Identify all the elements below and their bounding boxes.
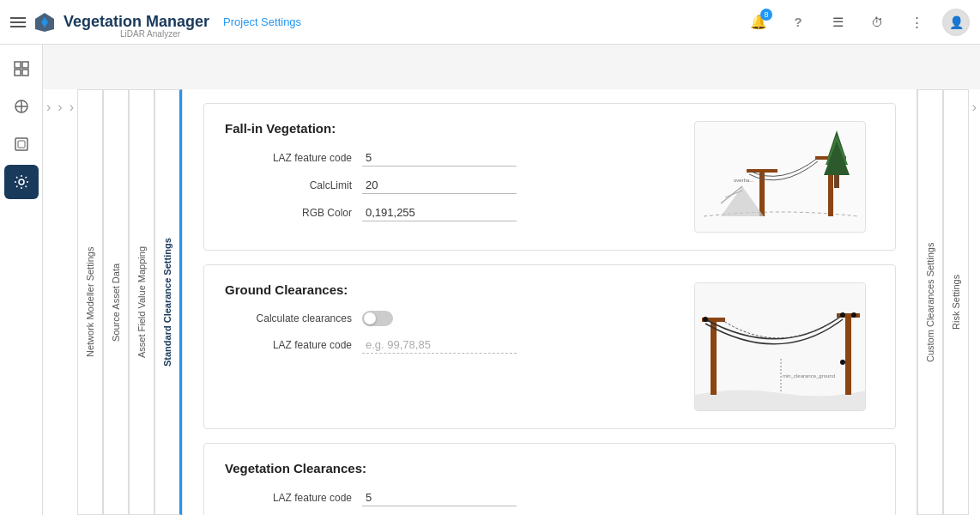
svg-text:min_clearance_ground: min_clearance_ground	[783, 373, 835, 379]
calc-clearances-row: Calculate clearances	[225, 311, 668, 326]
svg-rect-16	[834, 175, 839, 188]
sidebar-item-grid[interactable]	[4, 52, 39, 86]
menu-button[interactable]: ⋮	[903, 9, 930, 36]
svg-point-24	[840, 312, 845, 318]
app-subtitle: LiDAR Analyzer	[120, 29, 180, 39]
svg-point-26	[851, 312, 856, 318]
help-button[interactable]: ?	[784, 9, 812, 36]
right-tabs: Custom Clearances Settings Risk Settings…	[917, 89, 980, 515]
avatar-button[interactable]: 👤	[942, 9, 970, 36]
avatar-icon: 👤	[949, 15, 964, 29]
clearance-svg: min_clearance_ground	[695, 283, 866, 411]
svg-text:overha...: overha...	[734, 178, 754, 183]
veg-laz-input[interactable]	[362, 489, 517, 506]
svg-rect-8	[18, 141, 25, 148]
tab-source-asset[interactable]: Source Asset Data	[103, 89, 129, 515]
sidebar-item-settings[interactable]	[4, 165, 39, 199]
svg-rect-21	[845, 313, 851, 395]
ground-laz-row: LAZ feature code	[225, 336, 668, 354]
svg-point-25	[840, 360, 845, 365]
svg-rect-1	[22, 62, 28, 68]
help-icon: ?	[794, 15, 802, 29]
svg-rect-2	[15, 70, 21, 76]
sidebar	[0, 45, 43, 515]
header-right: 🔔 8 ? ☰ ⏱ ⋮ 👤	[745, 9, 970, 36]
tab-standard-clearance[interactable]: Standard Clearance Settings	[154, 89, 182, 515]
ground-clearances-title: Ground Clearances:	[225, 282, 668, 297]
list-icon: ☰	[832, 15, 844, 30]
tab-network-modeller[interactable]: Network Modeller Settings	[77, 89, 103, 515]
right-nav-arrow[interactable]: ›	[969, 89, 980, 515]
veg-laz-row: LAZ feature code	[225, 489, 874, 506]
left-nav-arrow-3[interactable]: ›	[66, 89, 77, 515]
ground-laz-input[interactable]	[362, 336, 517, 354]
main-layout: › › › Network Modeller Settings Source A…	[43, 89, 980, 515]
fall-in-illustration: overha...	[686, 121, 874, 233]
notification-badge: 8	[760, 9, 772, 21]
tab-custom-clearances[interactable]: Custom Clearances Settings	[917, 89, 943, 515]
svg-rect-7	[15, 138, 27, 150]
clearance-diagram: min_clearance_ground	[694, 282, 866, 411]
ground-clearances-form: Ground Clearances: Calculate clearances …	[225, 282, 668, 411]
veg-laz-label: LAZ feature code	[225, 492, 362, 504]
notification-button[interactable]: 🔔 8	[745, 9, 772, 36]
left-nav-arrow-2[interactable]: ›	[54, 89, 65, 515]
ground-clearances-illustration: min_clearance_ground	[686, 282, 874, 411]
fall-in-laz-row: LAZ feature code	[225, 149, 668, 167]
hamburger-icon[interactable]	[10, 17, 26, 27]
svg-rect-3	[22, 70, 28, 76]
tab-risk-settings[interactable]: Risk Settings	[943, 89, 969, 515]
fall-in-calclimit-label: CalcLimit	[225, 179, 362, 191]
menu-icon: ⋮	[910, 15, 923, 30]
left-nav-arrow-1[interactable]: ›	[43, 89, 54, 515]
toggle-track	[362, 311, 393, 326]
fall-in-calclimit-input[interactable]	[362, 177, 517, 194]
svg-rect-0	[15, 62, 21, 68]
ground-clearances-inner: Ground Clearances: Calculate clearances …	[225, 282, 874, 411]
ground-clearances-section: Ground Clearances: Calculate clearances …	[203, 264, 896, 429]
svg-point-23	[703, 317, 708, 322]
fall-in-title: Fall-in Vegetation:	[225, 121, 668, 136]
calc-clearances-toggle[interactable]	[362, 311, 393, 326]
sidebar-item-vector[interactable]	[4, 89, 39, 124]
tree-svg: overha...	[695, 122, 866, 233]
ground-laz-label: LAZ feature code	[225, 339, 362, 351]
history-icon: ⏱	[871, 15, 883, 29]
svg-rect-10	[759, 169, 765, 216]
fall-in-form: Fall-in Vegetation: LAZ feature code Cal…	[225, 121, 668, 233]
logo-icon	[33, 10, 57, 34]
project-settings-link[interactable]: Project Settings	[223, 15, 301, 28]
fall-in-calclimit-row: CalcLimit	[225, 177, 668, 194]
fall-in-laz-input[interactable]	[362, 149, 517, 167]
calc-clearances-label: Calculate clearances	[225, 312, 362, 324]
left-tabs: › › › Network Modeller Settings Source A…	[43, 89, 182, 515]
svg-point-9	[19, 179, 24, 185]
header: Vegetation Manager Project Settings LiDA…	[0, 0, 980, 45]
fall-in-rgb-row: RGB Color	[225, 204, 668, 221]
header-left: Vegetation Manager Project Settings LiDA…	[10, 10, 736, 34]
fall-in-rgb-input[interactable]	[362, 204, 517, 221]
fall-in-inner: Fall-in Vegetation: LAZ feature code Cal…	[225, 121, 874, 233]
toggle-thumb	[364, 312, 376, 324]
sidebar-item-frame[interactable]	[4, 127, 39, 161]
veg-clearances-title: Vegetation Clearances:	[225, 461, 874, 476]
fall-in-rgb-label: RGB Color	[225, 207, 362, 219]
tree-diagram: overha...	[694, 121, 866, 233]
fall-in-section: Fall-in Vegetation: LAZ feature code Cal…	[203, 103, 896, 251]
content-area: Fall-in Vegetation: LAZ feature code Cal…	[182, 89, 917, 515]
list-view-button[interactable]: ☰	[824, 9, 851, 36]
app-title: Vegetation Manager	[64, 13, 209, 31]
history-button[interactable]: ⏱	[863, 9, 891, 36]
fall-in-laz-label: LAZ feature code	[225, 152, 362, 164]
vegetation-clearances-section: Vegetation Clearances: LAZ feature code …	[203, 443, 896, 515]
tab-asset-field[interactable]: Asset Field Value Mapping	[129, 89, 154, 515]
